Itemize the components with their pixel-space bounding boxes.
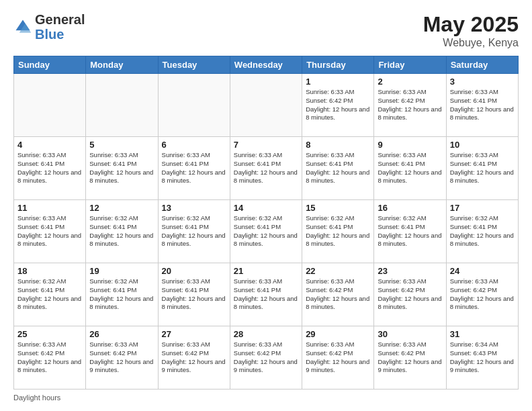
day-number: 3 [450,77,515,87]
calendar-cell [86,74,158,137]
day-info: Sunrise: 6:32 AM Sunset: 6:41 PM Dayligh… [378,214,442,248]
calendar-cell: 24Sunrise: 6:33 AM Sunset: 6:42 PM Dayli… [446,263,518,326]
logo-blue-text: Blue [35,27,64,42]
calendar-cell: 2Sunrise: 6:33 AM Sunset: 6:42 PM Daylig… [374,74,446,137]
calendar-cell: 15Sunrise: 6:32 AM Sunset: 6:41 PM Dayli… [302,200,374,263]
day-info: Sunrise: 6:33 AM Sunset: 6:41 PM Dayligh… [17,214,82,248]
day-info: Sunrise: 6:33 AM Sunset: 6:42 PM Dayligh… [162,340,226,375]
day-number: 29 [306,329,370,339]
day-info: Sunrise: 6:33 AM Sunset: 6:41 PM Dayligh… [378,151,442,185]
day-info: Sunrise: 6:33 AM Sunset: 6:41 PM Dayligh… [450,151,515,185]
logo-icon [13,17,32,36]
day-number: 24 [450,266,515,276]
day-info: Sunrise: 6:33 AM Sunset: 6:42 PM Dayligh… [378,88,442,122]
calendar-table: SundayMondayTuesdayWednesdayThursdayFrid… [13,56,519,390]
footer: Daylight hours [13,394,519,402]
calendar-cell: 1Sunrise: 6:33 AM Sunset: 6:42 PM Daylig… [302,74,374,137]
day-number: 27 [162,329,226,339]
calendar-cell [230,74,302,137]
day-number: 26 [89,329,154,339]
day-info: Sunrise: 6:34 AM Sunset: 6:43 PM Dayligh… [450,340,515,375]
calendar-cell: 28Sunrise: 6:33 AM Sunset: 6:42 PM Dayli… [230,326,302,390]
day-number: 17 [450,203,515,213]
day-info: Sunrise: 6:33 AM Sunset: 6:42 PM Dayligh… [89,340,154,375]
calendar-cell: 18Sunrise: 6:32 AM Sunset: 6:41 PM Dayli… [14,263,86,326]
calendar-cell: 30Sunrise: 6:33 AM Sunset: 6:42 PM Dayli… [374,326,446,390]
day-number: 22 [306,266,370,276]
calendar-header-wednesday: Wednesday [230,56,302,74]
day-number: 12 [89,203,154,213]
calendar-cell: 26Sunrise: 6:33 AM Sunset: 6:42 PM Dayli… [86,326,158,390]
calendar-week-4: 18Sunrise: 6:32 AM Sunset: 6:41 PM Dayli… [14,263,519,326]
calendar-cell: 3Sunrise: 6:33 AM Sunset: 6:41 PM Daylig… [446,74,518,137]
day-info: Sunrise: 6:33 AM Sunset: 6:42 PM Dayligh… [306,340,370,375]
day-number: 11 [17,203,82,213]
logo: General Blue [13,12,85,42]
calendar-cell: 20Sunrise: 6:33 AM Sunset: 6:41 PM Dayli… [158,263,230,326]
calendar-cell: 10Sunrise: 6:33 AM Sunset: 6:41 PM Dayli… [446,137,518,200]
calendar-cell: 19Sunrise: 6:32 AM Sunset: 6:41 PM Dayli… [86,263,158,326]
day-info: Sunrise: 6:33 AM Sunset: 6:42 PM Dayligh… [306,277,370,312]
day-info: Sunrise: 6:33 AM Sunset: 6:41 PM Dayligh… [162,151,226,185]
day-number: 18 [17,266,82,276]
calendar-cell [158,74,230,137]
calendar-cell: 12Sunrise: 6:32 AM Sunset: 6:41 PM Dayli… [86,200,158,263]
day-info: Sunrise: 6:32 AM Sunset: 6:41 PM Dayligh… [450,214,515,248]
calendar-week-5: 25Sunrise: 6:33 AM Sunset: 6:42 PM Dayli… [14,326,519,390]
day-info: Sunrise: 6:33 AM Sunset: 6:41 PM Dayligh… [89,151,154,185]
title-location: Webuye, Kenya [423,37,519,49]
calendar-header-saturday: Saturday [446,56,518,74]
calendar-cell: 16Sunrise: 6:32 AM Sunset: 6:41 PM Dayli… [374,200,446,263]
calendar-cell: 6Sunrise: 6:33 AM Sunset: 6:41 PM Daylig… [158,137,230,200]
day-info: Sunrise: 6:33 AM Sunset: 6:42 PM Dayligh… [306,88,370,122]
day-info: Sunrise: 6:32 AM Sunset: 6:41 PM Dayligh… [89,277,154,312]
day-number: 21 [234,266,298,276]
day-info: Sunrise: 6:33 AM Sunset: 6:41 PM Dayligh… [234,277,298,312]
day-number: 20 [162,266,226,276]
day-info: Sunrise: 6:33 AM Sunset: 6:42 PM Dayligh… [450,277,515,312]
calendar-cell: 22Sunrise: 6:33 AM Sunset: 6:42 PM Dayli… [302,263,374,326]
calendar-cell: 31Sunrise: 6:34 AM Sunset: 6:43 PM Dayli… [446,326,518,390]
day-info: Sunrise: 6:32 AM Sunset: 6:41 PM Dayligh… [17,277,82,312]
day-info: Sunrise: 6:33 AM Sunset: 6:42 PM Dayligh… [17,340,82,375]
logo-text: General Blue [35,12,85,42]
day-number: 6 [162,140,226,150]
calendar-header-row: SundayMondayTuesdayWednesdayThursdayFrid… [14,56,519,74]
calendar-cell: 4Sunrise: 6:33 AM Sunset: 6:41 PM Daylig… [14,137,86,200]
calendar-week-2: 4Sunrise: 6:33 AM Sunset: 6:41 PM Daylig… [14,137,519,200]
day-number: 8 [306,140,370,150]
calendar-cell: 5Sunrise: 6:33 AM Sunset: 6:41 PM Daylig… [86,137,158,200]
day-number: 31 [450,329,515,339]
day-number: 7 [234,140,298,150]
footer-label: Daylight hours [13,394,60,402]
day-number: 30 [378,329,442,339]
calendar-header-tuesday: Tuesday [158,56,230,74]
calendar-cell: 23Sunrise: 6:33 AM Sunset: 6:42 PM Dayli… [374,263,446,326]
day-number: 19 [89,266,154,276]
calendar-cell: 8Sunrise: 6:33 AM Sunset: 6:41 PM Daylig… [302,137,374,200]
calendar-cell: 14Sunrise: 6:32 AM Sunset: 6:41 PM Dayli… [230,200,302,263]
day-info: Sunrise: 6:32 AM Sunset: 6:41 PM Dayligh… [162,214,226,248]
day-info: Sunrise: 6:33 AM Sunset: 6:41 PM Dayligh… [234,151,298,185]
calendar-header-thursday: Thursday [302,56,374,74]
calendar-cell: 29Sunrise: 6:33 AM Sunset: 6:42 PM Dayli… [302,326,374,390]
calendar-cell: 7Sunrise: 6:33 AM Sunset: 6:41 PM Daylig… [230,137,302,200]
calendar-cell: 9Sunrise: 6:33 AM Sunset: 6:41 PM Daylig… [374,137,446,200]
day-info: Sunrise: 6:33 AM Sunset: 6:42 PM Dayligh… [378,277,442,312]
calendar-week-1: 1Sunrise: 6:33 AM Sunset: 6:42 PM Daylig… [14,74,519,137]
day-info: Sunrise: 6:32 AM Sunset: 6:41 PM Dayligh… [234,214,298,248]
day-info: Sunrise: 6:33 AM Sunset: 6:41 PM Dayligh… [306,151,370,185]
day-info: Sunrise: 6:33 AM Sunset: 6:41 PM Dayligh… [162,277,226,312]
day-number: 2 [378,77,442,87]
header: General Blue May 2025 Webuye, Kenya [13,12,519,49]
title-month: May 2025 [423,12,519,37]
day-number: 9 [378,140,442,150]
calendar-header-sunday: Sunday [14,56,86,74]
day-number: 28 [234,329,298,339]
calendar-cell: 25Sunrise: 6:33 AM Sunset: 6:42 PM Dayli… [14,326,86,390]
day-info: Sunrise: 6:33 AM Sunset: 6:42 PM Dayligh… [378,340,442,375]
calendar-cell: 11Sunrise: 6:33 AM Sunset: 6:41 PM Dayli… [14,200,86,263]
day-number: 16 [378,203,442,213]
calendar-header-monday: Monday [86,56,158,74]
calendar-header-friday: Friday [374,56,446,74]
